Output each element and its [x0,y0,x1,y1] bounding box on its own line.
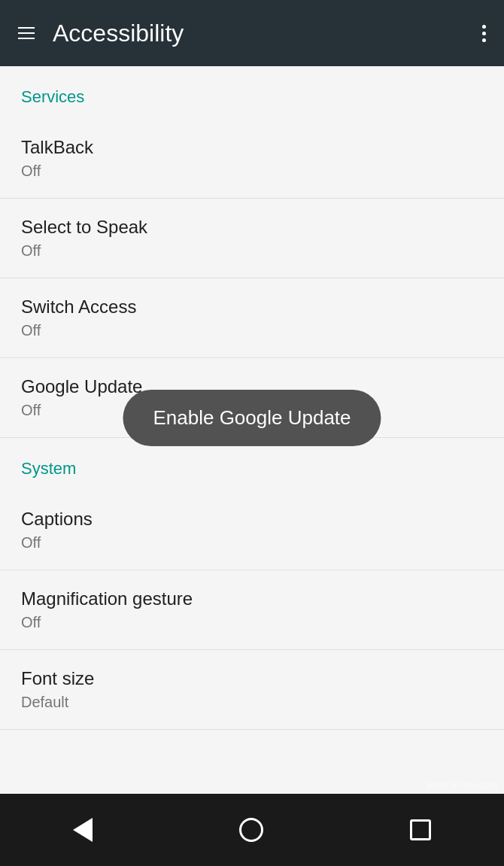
switch-access-title: Switch Access [21,296,483,318]
captions-title: Captions [21,509,483,530]
tooltip-container: Enable Google Update [123,390,381,446]
magnification-gesture-title: Magnification gesture [21,588,483,609]
enable-google-update-tooltip: Enable Google Update [123,390,381,446]
talkback-item[interactable]: TalkBack Off [0,119,504,199]
menu-icon[interactable] [12,21,41,45]
content-area: Services TalkBack Off Select to Speak Of… [0,66,504,794]
back-arrow-icon [73,818,93,842]
select-to-speak-title: Select to Speak [21,217,483,238]
font-size-title: Font size [21,668,483,689]
captions-subtitle: Off [21,534,483,552]
home-circle-icon [239,818,263,842]
talkback-subtitle: Off [21,163,483,180]
bottom-navigation [0,794,504,866]
more-options-icon[interactable] [476,19,492,48]
overview-button[interactable] [398,807,443,852]
captions-item[interactable]: Captions Off [0,491,504,570]
font-size-subtitle: Default [21,694,483,711]
watermark: www.frfam.com [426,779,498,791]
select-to-speak-subtitle: Off [21,242,483,260]
page-title: Accessibility [53,20,476,47]
services-section-header: Services [0,66,504,119]
app-bar: Accessibility [0,0,504,66]
back-button[interactable] [61,806,105,854]
magnification-gesture-subtitle: Off [21,614,483,631]
font-size-item[interactable]: Font size Default [0,650,504,730]
switch-access-item[interactable]: Switch Access Off [0,278,504,358]
switch-access-subtitle: Off [21,322,483,339]
overview-square-icon [410,819,431,840]
magnification-gesture-item[interactable]: Magnification gesture Off [0,570,504,650]
select-to-speak-item[interactable]: Select to Speak Off [0,199,504,278]
home-button[interactable] [227,806,275,854]
talkback-title: TalkBack [21,137,483,158]
